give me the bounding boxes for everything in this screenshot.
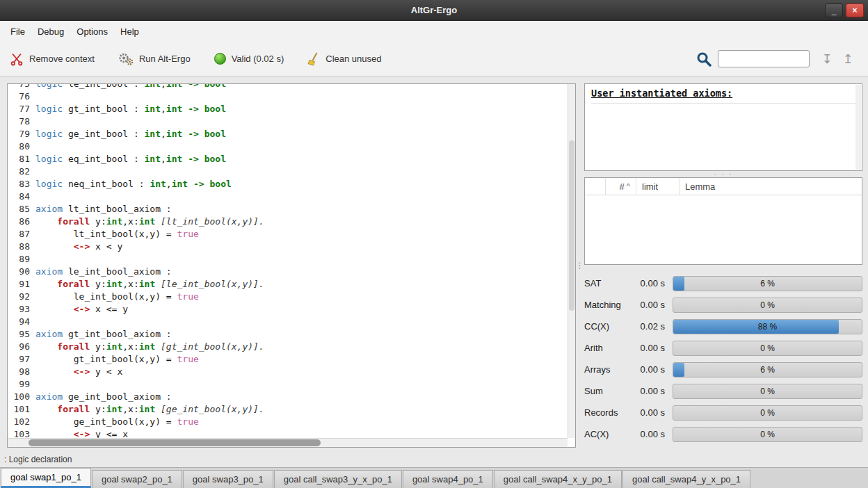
tab-goal-call-swap3-y-x-po-1[interactable]: goal call_swap3_y_x_po_1 [274,470,402,488]
code-line-88: 88 <-> x < y [8,241,568,253]
column-number-label: # [620,181,625,192]
lemmas-table-body [585,195,862,264]
code-text: lt_int_bool(x,y) = true [35,228,199,241]
stat-progressbar: 6 % [673,276,862,291]
sort-indicator-icon: ^ [627,182,630,190]
code-text: axiom le_int_bool_axiom : [35,266,172,278]
stat-time: 0.00 s [630,278,665,288]
code-line-83: 83logic neq_int_bool : int,int -> bool [8,178,568,190]
horizontal-scrollbar-thumb[interactable] [29,439,321,446]
titlebar: AltGr-Ergo _ × [0,0,868,21]
line-number: 83 [8,178,35,190]
editor-horizontal-scrollbar[interactable] [8,438,568,447]
tab-goal-swap2-po-1[interactable]: goal swap2_po_1 [92,470,182,488]
pane-splitter[interactable]: ⋮ [576,83,584,448]
tab-goal-swap3-po-1[interactable]: goal swap3_po_1 [183,470,273,488]
code-text: axiom lt_int_bool_axiom : [35,203,172,215]
line-number: 79 [8,128,35,140]
stat-percent-label: 0 % [673,341,862,355]
search-next-button[interactable]: ↧ [817,49,837,69]
run-alt-ergo-button[interactable]: Run Alt-Ergo [118,52,191,66]
axioms-scrollbar[interactable] [855,85,861,170]
code-text: forall y:int,x:int [le_int_bool(x,y)]. [35,278,264,291]
axioms-table-splitter[interactable]: · · · [584,171,862,177]
line-number: 77 [8,103,35,115]
stat-progressbar: 88 % [673,319,862,334]
arrow-up-from-bar-icon: ↥ [842,51,853,66]
column-header-blank [585,178,606,195]
code-line-96: 96 forall y:int,x:int [gt_int_bool(x,y)]… [8,341,568,353]
valid-status-label: Valid (0.02 s) [232,54,284,64]
line-number: 84 [8,190,35,203]
tab-goal-swap1-po-1[interactable]: goal swap1_po_1 [1,468,91,488]
minimize-button[interactable]: _ [825,3,843,17]
code-lines: 75logic le_int_bool : int,int -> bool767… [8,84,568,438]
lemmas-table-header: # ^ limit Lemma [585,178,862,195]
stat-time: 0.00 s [630,429,665,439]
stat-percent-label: 6 % [673,363,862,377]
line-number: 96 [8,341,35,353]
editor-vertical-scrollbar[interactable] [568,84,575,438]
scissors-icon [10,52,24,66]
menu-item-debug[interactable]: Debug [31,22,70,41]
column-header-lemma[interactable]: Lemma [680,178,862,195]
window-controls: _ × [825,3,864,17]
search-icon [696,51,712,67]
search-input[interactable] [718,50,810,67]
broom-icon [307,52,320,66]
tab-goal-swap4-po-1[interactable]: goal swap4_po_1 [403,470,493,488]
search-prev-button[interactable]: ↥ [837,49,858,69]
code-text: axiom gt_int_bool_axiom : [35,328,172,341]
stat-name: AC(X) [584,429,630,439]
stat-time: 0.00 s [630,343,665,353]
code-line-102: 102 ge_int_bool(x,y) = true [8,416,568,428]
tab-goal-call-swap4-x-y-po-1[interactable]: goal call_swap4_x_y_po_1 [494,470,622,488]
right-panel: User instantiated axioms: · · · # ^ limi… [584,83,862,448]
axioms-panel-title: User instantiated axioms: [591,88,855,104]
menu-item-file[interactable]: File [4,22,31,41]
line-number: 100 [8,391,35,403]
stat-row-matching: Matching0.00 s0 % [584,294,862,316]
menu-item-help[interactable]: Help [114,22,145,41]
code-line-98: 98 <-> y < x [8,366,568,378]
menu-item-options[interactable]: Options [70,22,114,41]
column-header-limit[interactable]: limit [636,178,680,195]
stat-progressbar: 6 % [673,362,862,377]
code-line-78: 78 [8,115,568,128]
code-line-94: 94 [8,316,568,328]
code-text: logic eq_int_bool : int,int -> bool [35,153,226,165]
stat-time: 0.02 s [630,321,665,332]
code-line-90: 90axiom le_int_bool_axiom : [8,266,568,278]
code-text: logic le_int_bool : int,int -> bool [35,84,226,90]
code-line-82: 82 [8,165,568,178]
column-header-number[interactable]: # ^ [606,178,636,195]
code-editor[interactable]: 75logic le_int_bool : int,int -> bool767… [7,83,576,448]
stat-progressbar: 0 % [673,405,862,421]
line-number: 97 [8,353,35,366]
stat-name: Matching [584,300,630,310]
stat-row-cc-x-: CC(X)0.02 s88 % [584,316,862,337]
code-line-93: 93 <-> x <= y [8,303,568,316]
remove-context-button[interactable]: Remove context [10,52,95,66]
code-line-75: 75logic le_int_bool : int,int -> bool [8,84,568,90]
toolbar: Remove context Run Alt-Ergo Valid (0.02 … [0,42,868,76]
vertical-scrollbar-thumb[interactable] [569,140,574,310]
statusbar: : Logic declaration [0,452,868,467]
stat-name: Arrays [584,364,630,375]
code-line-101: 101 forall y:int,x:int [ge_int_bool(x,y)… [8,403,568,416]
code-text: <-> x <= y [35,303,128,316]
code-text: axiom ge_int_bool_axiom : [35,391,172,403]
stat-row-records: Records0.00 s0 % [584,402,862,423]
stat-row-sum: Sum0.00 s0 % [584,380,862,402]
splitter-handle-icon: ⋮ [576,261,585,270]
close-button[interactable]: × [846,3,864,17]
tab-goal-call-swap4-y-x-po-1[interactable]: goal call_swap4_y_x_po_1 [622,470,750,488]
line-number: 88 [8,241,35,253]
code-line-92: 92 le_int_bool(x,y) = true [8,291,568,303]
code-line-91: 91 forall y:int,x:int [le_int_bool(x,y)]… [8,278,568,291]
stat-name: Records [584,407,630,418]
line-number: 86 [8,215,35,228]
stat-percent-label: 0 % [673,428,862,441]
clean-unused-button[interactable]: Clean unused [307,52,381,66]
arrow-down-to-bar-icon: ↧ [821,51,832,66]
